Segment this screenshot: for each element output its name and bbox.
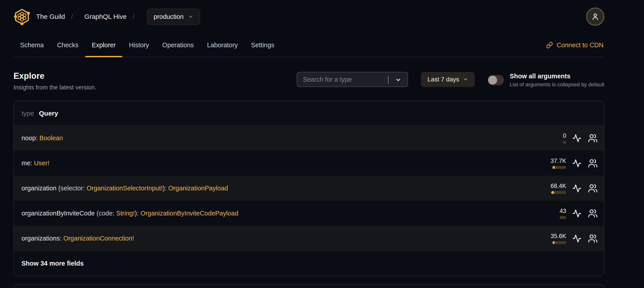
field-text: : [165,185,168,192]
tab-operations[interactable]: Operations [156,33,200,57]
users-icon[interactable] [588,183,598,194]
usage-bar-fill [552,241,555,244]
field-text: organizations: [22,235,64,242]
users-icon[interactable] [588,133,598,144]
tab-laboratory[interactable]: Laboratory [200,33,244,57]
user-icon [591,12,600,21]
field-text: organization [22,185,58,192]
field-text: (selector: [58,185,86,192]
usage-count: 37.7K [550,158,566,164]
field-text: ) [135,210,137,217]
breadcrumb-separator: / [71,13,73,20]
breadcrumb-org[interactable]: The Guild [36,13,65,21]
arguments-toggle-group: Show all arguments List of arguments is … [488,72,604,88]
usage-bar [552,166,566,169]
search-input[interactable] [297,76,382,83]
breadcrumb-separator: / [133,13,135,20]
usage-stat: 68.4K [537,183,566,194]
usage-bar-fill [551,191,554,194]
users-icon[interactable] [588,158,598,169]
chevron-down-icon[interactable] [395,77,401,83]
environment-label: production [154,13,184,21]
cdn-link-label: Connect to CDN [557,42,604,49]
users-icon[interactable] [588,208,598,219]
combobox-divider [388,76,388,84]
field-text: noop: [22,134,40,142]
field-signature: noop: Boolean [22,134,63,142]
link-icon [546,42,553,49]
date-range-selector[interactable]: Last 7 days [421,72,475,87]
type-search-combobox [297,72,408,87]
tab-bar: SchemaChecksExplorerHistoryOperationsLab… [14,33,604,57]
type-name: Query [39,110,58,117]
type-card-header: type Query [14,101,604,126]
field-row: noop: Boolean0 [14,126,604,151]
tab-settings[interactable]: Settings [244,33,281,57]
field-stats: 0 [537,133,598,144]
tab-explorer[interactable]: Explorer [85,33,122,57]
environment-selector[interactable]: production [147,9,200,25]
usage-stat: 37.7K [537,158,566,169]
field-signature: organization (selector: OrganizationSele… [22,185,228,192]
activity-icon[interactable] [572,208,582,219]
field-list: noop: Boolean0 me: User!37.7K organizati… [14,126,604,251]
user-menu-button[interactable] [586,8,604,26]
field-row: organizations: OrganizationConnection!35… [14,226,604,251]
breadcrumb: The Guild / GraphQL Hive / production [14,8,200,25]
usage-count: 35.6K [550,233,566,239]
field-row: organizationByInviteCode (code: String!)… [14,201,604,226]
tab-list: SchemaChecksExplorerHistoryOperationsLab… [14,33,281,57]
toggle-knob [488,76,497,85]
type-link[interactable]: OrganizationByInviteCodePayload [140,210,238,217]
field-text: (code: [96,210,116,217]
usage-bar [563,141,566,144]
field-text: organizationByInviteCode [22,210,96,217]
top-bar: The Guild / GraphQL Hive / production [14,0,604,33]
activity-icon[interactable] [572,158,582,169]
breadcrumb-project[interactable]: GraphQL Hive [84,13,127,21]
usage-bar [552,241,566,244]
field-text: : [137,210,140,217]
page-title: Explore [14,71,96,81]
usage-count: 68.4K [550,183,566,189]
activity-icon[interactable] [572,233,582,244]
activity-icon[interactable] [572,133,582,144]
usage-stat: 0 [537,133,566,144]
tab-schema[interactable]: Schema [14,33,50,57]
chevron-down-icon [463,77,468,82]
field-signature: organizations: OrganizationConnection! [22,235,134,242]
connect-to-cdn-button[interactable]: Connect to CDN [546,33,604,57]
next-type-card [14,284,604,288]
field-stats: 68.4K [537,183,598,194]
field-text: ) [163,185,165,192]
show-all-arguments-toggle[interactable] [488,75,504,85]
type-kind-label: type [22,110,34,117]
type-link[interactable]: User! [34,160,49,167]
toggle-text: Show all arguments List of arguments is … [510,72,604,88]
field-signature: organizationByInviteCode (code: String!)… [22,210,238,217]
toggle-description: List of arguments is collapsed by defaul… [510,81,604,88]
usage-count: 43 [560,208,566,214]
tab-history[interactable]: History [122,33,156,57]
usage-stat: 43 [537,208,566,219]
activity-icon[interactable] [572,183,582,194]
page-subtitle: Insights from the latest version. [14,84,96,91]
field-stats: 43 [537,208,598,219]
title-block: Explore Insights from the latest version… [14,71,96,91]
field-row: organization (selector: OrganizationSele… [14,176,604,201]
field-stats: 37.7K [537,158,598,169]
controls: Last 7 days Show all arguments List of a… [297,72,604,88]
users-icon[interactable] [588,233,598,244]
type-link[interactable]: OrganizationPayload [168,185,228,192]
usage-stat: 35.6K [537,233,566,244]
type-link[interactable]: OrganizationConnection! [64,235,134,242]
show-more-fields-button[interactable]: Show 34 more fields [14,251,604,276]
field-stats: 35.6K [537,233,598,244]
field-signature: me: User! [22,160,50,167]
type-link[interactable]: String! [116,210,135,217]
field-text: me: [22,160,34,167]
type-link[interactable]: OrganizationSelectorInput! [86,185,162,192]
tab-checks[interactable]: Checks [50,33,85,57]
usage-count: 0 [563,133,566,139]
type-link[interactable]: Boolean [40,134,63,142]
